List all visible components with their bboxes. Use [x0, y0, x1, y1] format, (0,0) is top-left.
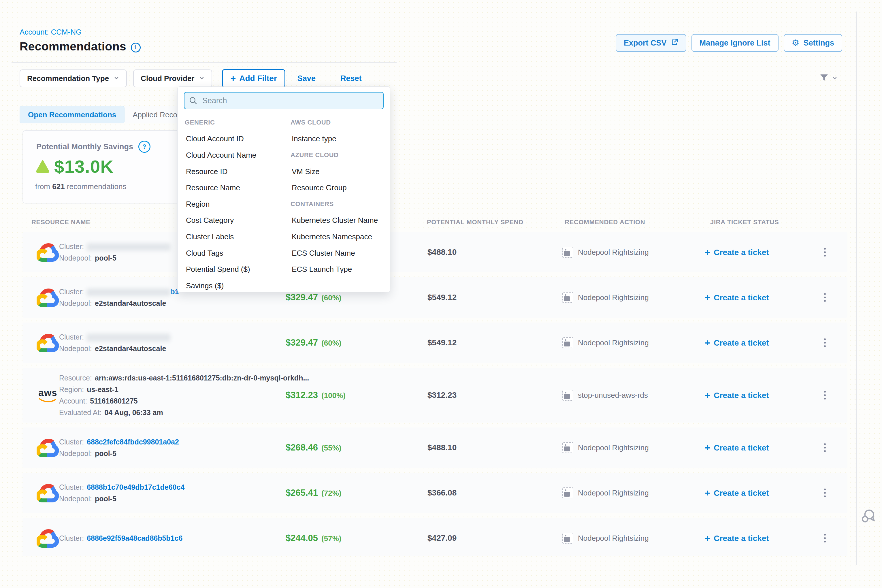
savings-value: $244.05 — [286, 533, 318, 543]
filter-option[interactable]: Kubernetes Cluster Name — [291, 212, 383, 229]
filter-option[interactable]: Cloud Account ID — [185, 131, 291, 147]
add-filter-button[interactable]: + Add Filter — [222, 69, 285, 88]
filter-option[interactable]: Cluster Labels — [185, 229, 291, 245]
funnel-icon — [819, 73, 830, 85]
field-label: Cluster: — [59, 534, 84, 542]
cloud-provider-label: Cloud Provider — [141, 74, 194, 83]
filter-option[interactable]: VM Size — [291, 164, 383, 180]
rightsizing-icon — [562, 292, 573, 303]
table-row[interactable]: Cluster:6886e92f59a48cad86b5b1c6 $244.05… — [22, 518, 848, 556]
rightsizing-icon — [562, 390, 573, 400]
recommended-action-label: Nodepool Rightsizing — [578, 443, 649, 452]
row-menu-kebab-icon[interactable] — [822, 388, 828, 402]
filter-panel-toggle[interactable] — [819, 73, 838, 85]
plus-icon: + — [705, 338, 710, 348]
savings-percent: (60%) — [321, 339, 341, 347]
filter-option[interactable]: Cloud Tags — [185, 245, 291, 261]
gcp-cloud-icon — [36, 483, 59, 502]
filter-option[interactable]: Cloud Account Name — [185, 147, 291, 164]
resource-lines: Cluster:688c2fefc84fbdc99801a0a2Nodepool… — [59, 436, 179, 459]
filter-option[interactable]: ECS Cluster Name — [291, 245, 383, 261]
filter-option[interactable]: Kubernetes Namespace — [291, 229, 383, 245]
save-filter-button[interactable]: Save — [297, 74, 316, 83]
create-ticket-button[interactable]: + Create a ticket — [705, 248, 769, 257]
redacted-cluster-id — [87, 334, 170, 341]
savings-percent: (72%) — [321, 489, 341, 498]
table-row[interactable]: Cluster:Nodepool:e2standar4autoscale $32… — [22, 322, 848, 363]
table-rows: Cluster:Nodepool:pool-5 $488.10 Nodepool… — [22, 232, 848, 556]
create-ticket-button[interactable]: + Create a ticket — [705, 390, 769, 400]
filter-option[interactable]: Region — [185, 196, 291, 212]
info-icon[interactable]: i — [131, 43, 141, 52]
recommended-action-cell: Nodepool Rightsizing — [562, 247, 649, 258]
manage-ignore-list-button[interactable]: Manage Ignore List — [692, 34, 778, 52]
support-chat-icon[interactable] — [860, 508, 876, 526]
column-header-potential-monthly-spend[interactable]: POTENTIAL MONTHLY SPEND — [427, 219, 524, 226]
column-header-recommended-action[interactable]: RECOMMENDED ACTION — [565, 219, 645, 226]
column-header-resource-name[interactable]: RESOURCE NAME — [32, 219, 90, 226]
recommended-action-label: Nodepool Rightsizing — [578, 489, 649, 498]
filter-option[interactable]: Resource Group — [291, 180, 383, 196]
filter-section-header: CONTAINERS — [291, 196, 383, 212]
filter-option[interactable]: Resource Name — [185, 180, 291, 196]
cluster-link[interactable]: 6888b1c70e49db17c1de60c4 — [87, 483, 184, 491]
redacted-cluster-id — [87, 243, 170, 251]
filter-search-input[interactable] — [184, 92, 384, 109]
create-ticket-button[interactable]: + Create a ticket — [705, 488, 769, 498]
recommended-action-label: Nodepool Rightsizing — [578, 248, 649, 257]
savings-amount: $13.0K — [54, 156, 114, 177]
row-menu-kebab-icon[interactable] — [822, 441, 828, 454]
filter-section-header: GENERIC — [185, 114, 291, 131]
recommendation-type-filter[interactable]: Recommendation Type — [20, 69, 127, 87]
field-value: arn:aws:rds:us-east-1:511616801275:db:zn… — [95, 374, 309, 382]
row-menu-kebab-icon[interactable] — [822, 531, 828, 545]
settings-button[interactable]: ⚙ Settings — [784, 34, 842, 52]
tab-open-recommendations[interactable]: Open Recommendations — [20, 106, 124, 123]
field-value: pool-5 — [95, 254, 117, 262]
rightsizing-icon — [562, 337, 573, 348]
row-menu-kebab-icon[interactable] — [822, 336, 828, 350]
export-csv-button[interactable]: Export CSV — [616, 34, 686, 52]
filter-option[interactable]: Potential Spend ($) — [185, 261, 291, 278]
account-breadcrumb[interactable]: Account: CCM-NG — [20, 28, 82, 37]
create-ticket-label: Create a ticket — [714, 534, 769, 543]
table-row[interactable]: Cluster:b1Nodepool:e2standar4autoscale $… — [22, 277, 848, 318]
cluster-link[interactable]: 688c2fefc84fbdc99801a0a2 — [87, 438, 179, 446]
filter-option[interactable]: ECS Launch Type — [291, 261, 383, 278]
table-row[interactable]: Cluster:6888b1c70e49db17c1de60c4Nodepool… — [22, 473, 848, 513]
help-icon[interactable]: ? — [138, 141, 150, 153]
reset-filter-button[interactable]: Reset — [340, 74, 362, 83]
resource-lines: Resource:arn:aws:rds:us-east-1:511616801… — [59, 372, 309, 418]
create-ticket-label: Create a ticket — [714, 443, 769, 452]
row-menu-kebab-icon[interactable] — [822, 246, 828, 259]
table-row[interactable]: Cluster:Nodepool:pool-5 $488.10 Nodepool… — [22, 232, 848, 272]
chevron-down-icon — [832, 75, 838, 82]
external-link-icon — [671, 38, 678, 48]
filter-option[interactable]: Resource ID — [185, 164, 291, 180]
row-menu-kebab-icon[interactable] — [822, 291, 828, 304]
recommended-action-label: stop-unused-aws-rds — [578, 391, 648, 400]
monthly-savings-cell: $329.47(60%) — [286, 338, 341, 348]
add-filter-dropdown: GENERICCloud Account IDCloud Account Nam… — [177, 87, 390, 292]
create-ticket-button[interactable]: + Create a ticket — [705, 534, 769, 543]
filter-divider — [328, 71, 328, 86]
gcp-cloud-icon — [36, 529, 59, 548]
create-ticket-button[interactable]: + Create a ticket — [705, 443, 769, 453]
potential-monthly-spend-cell: $488.10 — [428, 443, 457, 452]
table-row[interactable]: Cluster:688c2fefc84fbdc99801a0a2Nodepool… — [22, 428, 848, 468]
table-row[interactable]: aws Resource:arn:aws:rds:us-east-1:51161… — [22, 368, 848, 423]
field-value: e2standar4autoscale — [95, 345, 166, 352]
create-ticket-button[interactable]: + Create a ticket — [705, 338, 769, 348]
cluster-link[interactable]: 6886e92f59a48cad86b5b1c6 — [87, 534, 183, 542]
create-ticket-button[interactable]: + Create a ticket — [705, 293, 769, 302]
column-header-jira-ticket-status[interactable]: JIRA TICKET STATUS — [710, 219, 779, 226]
title-divider — [12, 62, 397, 63]
filter-option[interactable]: Cost Category — [185, 212, 291, 229]
resource-lines: Cluster:b1Nodepool:e2standar4autoscale — [59, 286, 179, 309]
filter-option[interactable]: Instance type — [291, 131, 383, 147]
savings-card-label: Potential Monthly Savings — [36, 142, 133, 152]
row-menu-kebab-icon[interactable] — [822, 486, 828, 500]
cloud-provider-filter[interactable]: Cloud Provider — [133, 69, 212, 87]
savings-percent: (60%) — [321, 293, 341, 302]
filter-option[interactable]: Savings ($) — [185, 278, 291, 292]
